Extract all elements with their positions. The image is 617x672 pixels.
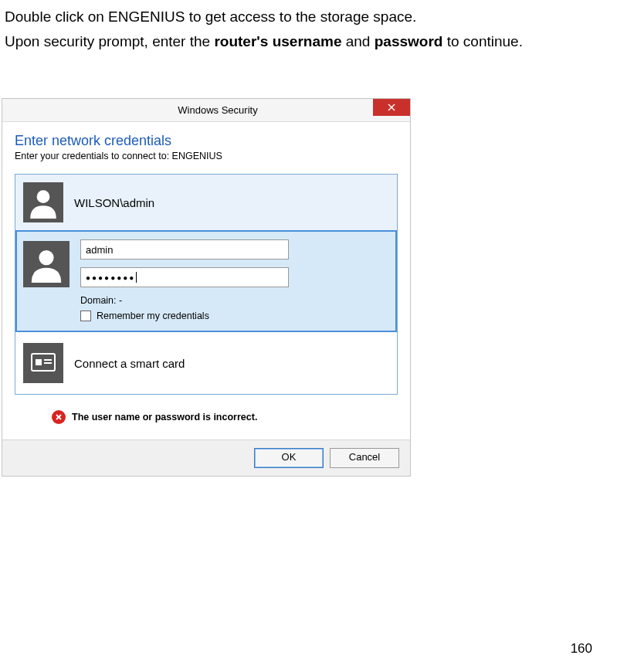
existing-credential-row[interactable]: WILSON\admin: [15, 175, 397, 230]
password-input[interactable]: ●●●●●●●●: [80, 267, 289, 287]
card-icon: [30, 350, 56, 376]
instruction-line-2: Upon security prompt, enter the router's…: [0, 31, 617, 53]
credentials-box: WILSON\admin ●●●●●●●● Domain: -: [15, 174, 398, 395]
svg-rect-6: [44, 359, 52, 361]
person-icon: [28, 246, 65, 283]
ok-button[interactable]: OK: [254, 448, 324, 468]
dialog-subtext: Enter your credentials to connect to: EN…: [15, 151, 398, 161]
svg-rect-5: [36, 359, 42, 365]
svg-rect-7: [44, 362, 52, 364]
dialog-heading: Enter network credentials: [15, 133, 398, 149]
windows-security-dialog: Windows Security Enter network credentia…: [2, 98, 411, 477]
smartcard-label: Connect a smart card: [74, 357, 185, 370]
page-number: 160: [571, 641, 592, 657]
person-icon: [27, 186, 59, 219]
close-icon: [388, 104, 395, 111]
error-icon: [52, 410, 66, 424]
error-text: The user name or password is incorrect.: [72, 412, 257, 423]
smartcard-icon: [23, 343, 63, 383]
svg-point-2: [37, 190, 50, 203]
dialog-body: Enter network credentials Enter your cre…: [2, 122, 410, 440]
close-button[interactable]: [373, 99, 410, 116]
remember-credentials-row[interactable]: Remember my credentials: [80, 311, 389, 321]
domain-label: Domain: -: [80, 295, 389, 306]
remember-checkbox[interactable]: [80, 311, 91, 321]
dialog-titlebar: Windows Security: [2, 99, 410, 122]
error-message-row: The user name or password is incorrect.: [15, 395, 398, 440]
smartcard-row[interactable]: Connect a smart card: [15, 332, 397, 394]
user-avatar-icon: [23, 182, 63, 222]
remember-label: Remember my credentials: [97, 311, 209, 321]
cancel-button[interactable]: Cancel: [330, 448, 399, 468]
dialog-button-bar: OK Cancel: [2, 440, 410, 476]
username-input[interactable]: [80, 239, 289, 260]
user-avatar-icon: [23, 241, 69, 287]
instruction-line-1: Double click on ENGENIUS to get access t…: [0, 6, 617, 28]
existing-credential-label: WILSON\admin: [74, 196, 154, 209]
svg-point-3: [39, 250, 53, 265]
credential-entry-row: ●●●●●●●● Domain: - Remember my credentia…: [15, 230, 397, 332]
text-cursor: [136, 272, 137, 283]
dialog-title: Windows Security: [25, 104, 410, 116]
